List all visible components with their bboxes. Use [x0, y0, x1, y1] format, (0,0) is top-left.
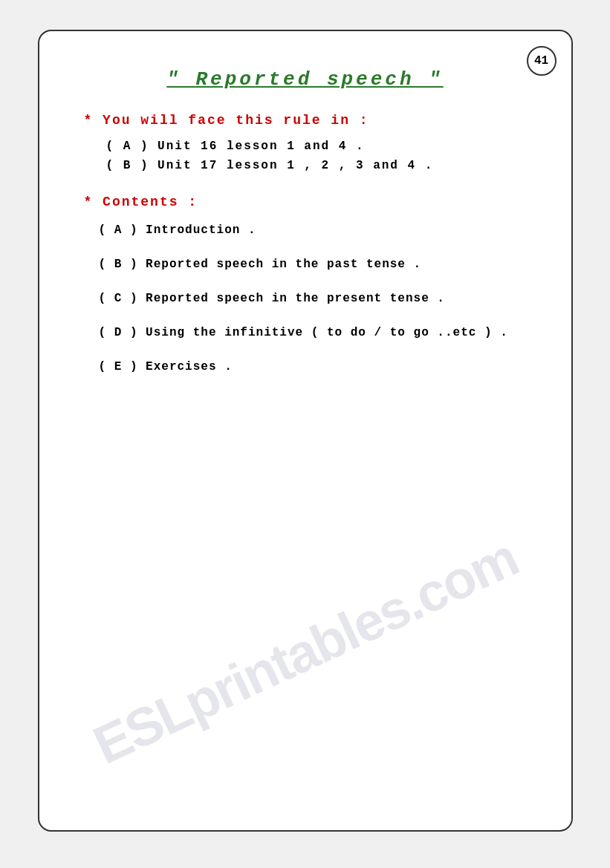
page-title: " Reported speech "	[84, 68, 527, 91]
unit-item-b: ( B ) Unit 17 lesson 1 , 2 , 3 and 4 .	[106, 159, 527, 172]
worksheet-card: 41 " Reported speech " * You will face t…	[38, 30, 573, 832]
contents-header: * Contents :	[84, 195, 527, 209]
page-number: 41	[527, 46, 557, 76]
content-item-b: ( B ) Reported speech in the past tense …	[99, 255, 527, 273]
content-item-d: ( D ) Using the infinitive ( to do / to …	[99, 324, 527, 342]
content-item-e: ( E ) Exercises .	[99, 358, 527, 376]
page-container: 41 " Reported speech " * You will face t…	[0, 0, 610, 868]
content-item-c: ( C ) Reported speech in the present ten…	[99, 290, 527, 307]
unit-item-a: ( A ) Unit 16 lesson 1 and 4 .	[106, 140, 527, 153]
watermark: ESLprintables.com	[84, 526, 526, 776]
intro-header: * You will face this rule in :	[84, 113, 527, 128]
unit-list: ( A ) Unit 16 lesson 1 and 4 . ( B ) Uni…	[106, 140, 527, 172]
content-item-a: ( A ) Introduction .	[99, 221, 527, 239]
contents-section: * Contents : ( A ) Introduction . ( B ) …	[84, 195, 527, 376]
contents-list: ( A ) Introduction . ( B ) Reported spee…	[99, 221, 527, 376]
